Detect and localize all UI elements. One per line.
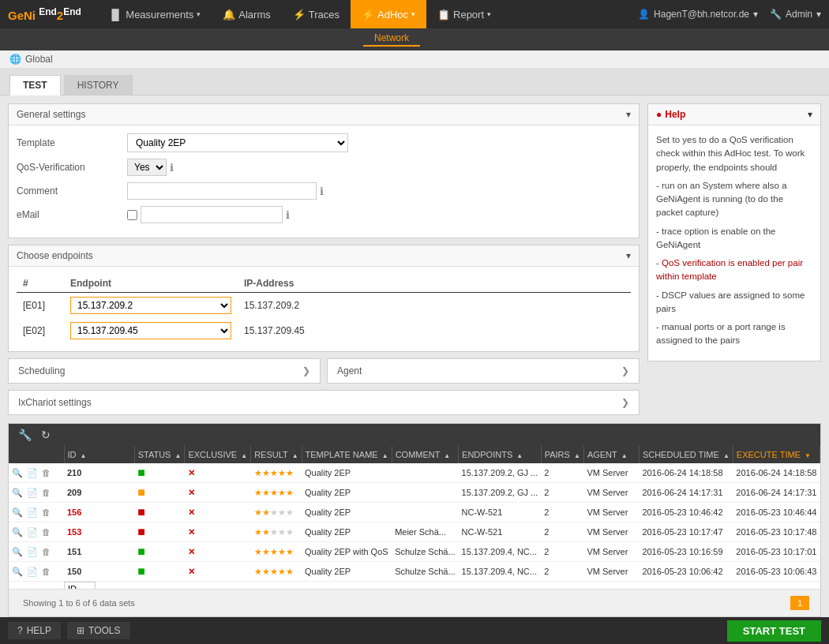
row-delete-icon[interactable]: 🗑 (42, 488, 51, 497)
email-info-icon[interactable]: ℹ (286, 209, 290, 221)
row-search-icon[interactable]: 🔍 (12, 527, 23, 537)
row-delete-icon[interactable]: 🗑 (42, 527, 51, 537)
row-copy-icon[interactable]: 📄 (27, 488, 38, 497)
data-table: ID ▲ STATUS ▲ EXCLUSIVE ▲ RESULT ▲ TEMPL… (9, 446, 820, 589)
email-checkbox[interactable] (127, 210, 137, 220)
col-result[interactable]: RESULT ▲ (251, 446, 302, 463)
row-endpoints: NC-W-521 (459, 503, 542, 522)
nav-measurements[interactable]: ▐▌ Measurements ▾ (97, 0, 212, 28)
row-copy-icon[interactable]: 📄 (27, 507, 38, 517)
row-delete-icon[interactable]: 🗑 (42, 468, 51, 477)
filter-id-input[interactable] (64, 582, 96, 589)
comment-info-icon[interactable]: ℹ (320, 185, 324, 197)
row-comment (392, 503, 458, 522)
user-email[interactable]: HagenT@bh.netcor.de (654, 9, 749, 20)
row-copy-icon[interactable]: 📄 (27, 547, 38, 556)
filter-scheduled-cell (639, 582, 733, 590)
comment-input[interactable] (127, 182, 317, 200)
caret-icon: ▾ (197, 10, 201, 18)
nav-report[interactable]: 📋 Report ▾ (426, 0, 502, 28)
sub-nav-network[interactable]: Network (363, 32, 420, 47)
col-agent[interactable]: AGENT ▲ (583, 446, 639, 463)
col-scheduled[interactable]: SCHEDULED TIME ▲ (639, 446, 733, 463)
row-endpoints: 15.137.209.2, GJ ... (459, 463, 542, 483)
col-exclusive[interactable]: EXCLUSIVE ▲ (185, 446, 251, 463)
sub-sections: Scheduling ❯ Agent ❯ (8, 358, 640, 384)
data-table-wrapper: ID ▲ STATUS ▲ EXCLUSIVE ▲ RESULT ▲ TEMPL… (9, 446, 820, 589)
row-pairs: 2 (541, 483, 583, 503)
general-settings-section: General settings ▾ Template Quality 2EP (8, 103, 640, 238)
col-status[interactable]: STATUS ▲ (134, 446, 185, 463)
email-input[interactable]: Hagen_Tasche@netc (141, 206, 283, 223)
col-comment[interactable]: COMMENT ▲ (392, 446, 458, 463)
row-result: ★★★★★ (251, 503, 302, 522)
qos-select[interactable]: Yes No (127, 159, 167, 176)
row-delete-icon[interactable]: 🗑 (42, 547, 51, 556)
row-agent: VM Server (583, 463, 639, 483)
agent-section[interactable]: Agent ❯ (327, 358, 640, 384)
row-endpoints: 15.137.209.4, NC... (459, 542, 542, 562)
filter-actions: ☐ ⬜ ✕ (9, 582, 64, 590)
tab-history[interactable]: HISTORY (64, 75, 133, 95)
panels-row: General settings ▾ Template Quality 2EP (0, 95, 829, 423)
row-copy-icon[interactable]: 📄 (27, 567, 38, 576)
row-search-icon[interactable]: 🔍 (12, 488, 23, 497)
row-scheduled: 2016-05-23 10:06:42 (639, 562, 733, 582)
scheduling-section[interactable]: Scheduling ❯ (8, 358, 321, 384)
col-actions (9, 446, 64, 463)
row-copy-icon[interactable]: 📄 (27, 468, 38, 477)
row-template: Quality 2EP (302, 463, 392, 483)
row-search-icon[interactable]: 🔍 (12, 547, 23, 556)
row-search-icon[interactable]: 🔍 (12, 468, 23, 477)
nav-alarms[interactable]: 🔔 Alarms (212, 0, 281, 28)
col-endpoints[interactable]: ENDPOINTS ▲ (459, 446, 542, 463)
tab-bar: TEST HISTORY (0, 69, 829, 95)
row-id: 210 (64, 463, 134, 483)
row-id: 209 (64, 483, 134, 503)
ep02-select[interactable]: 15.137.209.45 (70, 322, 231, 339)
data-table-area: 🔧 ↻ ID ▲ STATUS ▲ EXCLUSIVE ▲ RESULT ▲ (8, 423, 821, 617)
ixchariot-section[interactable]: IxChariot settings ❯ (8, 390, 640, 415)
nav-adhoc[interactable]: ⚡ AdHoc ▾ (351, 0, 426, 28)
help-panel: ● Help ▾ Set to yes to do a QoS verifica… (647, 103, 821, 361)
report-icon: 📋 (437, 9, 450, 21)
template-select[interactable]: Quality 2EP (127, 133, 348, 152)
admin-label[interactable]: Admin (786, 9, 812, 20)
row-scheduled: 2016-06-24 14:17:31 (639, 483, 733, 503)
refresh-toolbar-icon[interactable]: ↻ (38, 427, 54, 443)
col-pairs[interactable]: PAIRS ▲ (541, 446, 583, 463)
general-settings-header[interactable]: General settings ▾ (9, 104, 639, 125)
ep02-ip: 15.137.209.45 (238, 318, 631, 343)
row-actions: 🔍 📄 🗑 (9, 542, 64, 562)
qos-info-icon[interactable]: ℹ (170, 162, 174, 174)
user-caret: ▾ (753, 9, 758, 20)
col-template[interactable]: TEMPLATE NAME ▲ (302, 446, 392, 463)
ep01-select[interactable]: 15.137.209.2 (70, 297, 231, 314)
row-exclusive: ✕ (185, 503, 251, 522)
caret-report-icon: ▾ (487, 10, 491, 18)
row-delete-icon[interactable]: 🗑 (42, 567, 51, 576)
col-execute[interactable]: EXECUTE TIME ▼ (733, 446, 820, 463)
row-id: 151 (64, 542, 134, 562)
start-test-button[interactable]: START TEST (727, 620, 821, 642)
filter-result-cell (251, 582, 302, 590)
help-collapse-icon[interactable]: ▾ (808, 109, 812, 120)
endpoints-header[interactable]: Choose endpoints ▾ (9, 245, 639, 267)
tools-button[interactable]: ⊞ TOOLS (67, 622, 129, 639)
help-button[interactable]: ? HELP (8, 622, 61, 639)
wrench-toolbar-icon[interactable]: 🔧 (15, 427, 35, 443)
page-1-btn[interactable]: 1 (790, 596, 809, 610)
sort-id-icon: ▲ (81, 452, 87, 459)
row-status: ■ (134, 542, 185, 562)
row-search-icon[interactable]: 🔍 (12, 507, 23, 517)
row-delete-icon[interactable]: 🗑 (42, 507, 51, 517)
comment-row: Comment ℹ (17, 182, 631, 200)
tab-test[interactable]: TEST (9, 75, 61, 95)
col-id[interactable]: ID ▲ (64, 446, 134, 463)
filter-execute-cell (733, 582, 820, 590)
row-copy-icon[interactable]: 📄 (27, 527, 38, 537)
row-search-icon[interactable]: 🔍 (12, 567, 23, 576)
qos-row: QoS-Verification Yes No ℹ (17, 159, 631, 176)
row-actions: 🔍 📄 🗑 (9, 503, 64, 522)
nav-traces[interactable]: ⚡ Traces (282, 0, 351, 28)
